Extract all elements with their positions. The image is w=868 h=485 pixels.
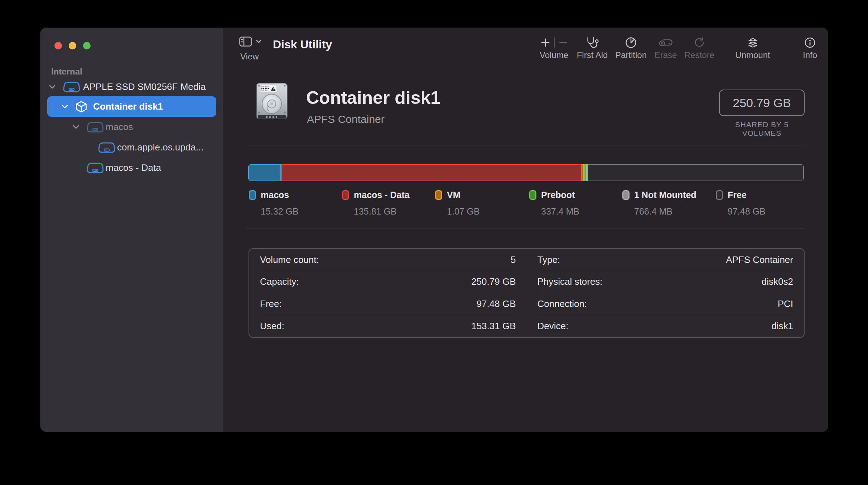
legend-size: 97.48 GB (728, 206, 766, 217)
row-label: Used: (260, 321, 284, 332)
table-row: Used:153.31 GB (260, 315, 516, 337)
unmount-eject-icon (747, 35, 759, 50)
close-button[interactable] (54, 42, 62, 49)
sidebar-item-container-disk1[interactable]: Container disk1 (40, 96, 223, 117)
erase-disk-icon (659, 35, 673, 50)
plus-icon[interactable] (540, 38, 550, 48)
volume-disk-icon (87, 121, 103, 133)
stethoscope-icon (586, 35, 599, 50)
partition-button[interactable]: Partition (615, 35, 647, 60)
legend-item: Free 97.48 GB (716, 190, 766, 217)
info-icon (804, 35, 816, 50)
legend-swatch (249, 190, 256, 200)
row-label: Connection: (537, 298, 587, 309)
usage-segment-macos-data (281, 164, 582, 181)
info-button[interactable]: Info (803, 35, 817, 60)
legend-size: 337.4 MB (541, 206, 579, 217)
legend-label: Preboot (541, 190, 575, 200)
chevron-down-icon[interactable] (73, 125, 79, 129)
sidebar: Internal APPLE SSD SM0256F Media Contain… (40, 28, 223, 432)
toolbar-button-label: Info (803, 50, 817, 60)
legend-swatch (716, 190, 723, 200)
legend-item: macos - Data 135.81 GB (342, 190, 410, 217)
sidebar-item-label: com.apple.os.upda... (117, 142, 203, 153)
toolbar-button-label: Partition (615, 50, 647, 60)
column-divider (527, 255, 527, 331)
legend-label: VM (447, 190, 460, 200)
details-table: Volume count:5 Capacity:250.79 GB Free:9… (249, 248, 805, 338)
toolbar-button-label: Volume (540, 50, 568, 60)
legend-size: 766.4 MB (634, 206, 696, 217)
row-label: Free: (260, 298, 282, 309)
row-label: Type: (537, 254, 560, 265)
usage-segment-free (588, 164, 804, 181)
container-box-icon (75, 101, 87, 113)
restore-button: Restore (684, 35, 714, 60)
toolbar-button-label: Erase (655, 50, 677, 60)
sidebar-item-label: Container disk1 (93, 101, 163, 112)
table-row: Connection:PCI (537, 293, 794, 315)
sidebar-item-macos[interactable]: macos (40, 117, 223, 137)
toolbar-button-label: First Aid (577, 50, 608, 60)
sidebar-item-label: macos - Data (106, 162, 161, 173)
sidebar-item-apple-ssd[interactable]: APPLE SSD SM0256F Media (40, 77, 223, 97)
unmount-button[interactable]: Unmount (735, 35, 770, 60)
erase-button: Erase (655, 35, 677, 60)
details-column-right: Type:APFS Container Physical stores:disk… (527, 249, 804, 337)
sidebar-item-label: APPLE SSD SM0256F Media (83, 81, 206, 92)
volume-disk-icon (87, 162, 103, 174)
row-value: PCI (778, 298, 793, 309)
zoom-button[interactable] (83, 42, 91, 49)
table-row: Device:disk1 (537, 315, 794, 337)
page-subtitle: APFS Container (307, 113, 385, 125)
minimize-button[interactable] (69, 42, 76, 49)
volume-disk-icon (98, 142, 115, 153)
legend-item: macos 15.32 GB (249, 190, 299, 217)
main-content: View Disk Utility Volume First Aid Parti… (223, 28, 828, 432)
table-row: Volume count:5 (260, 249, 516, 271)
divider (554, 38, 555, 48)
row-value: disk0s2 (762, 276, 793, 287)
legend-item: VM 1.07 GB (435, 190, 480, 217)
row-label: Physical stores: (537, 276, 603, 287)
traffic-lights (54, 42, 91, 49)
table-row: Free:97.48 GB (260, 293, 516, 315)
view-button[interactable]: View (239, 35, 261, 62)
legend-label: macos (261, 190, 289, 200)
row-value: 153.31 GB (471, 321, 516, 332)
usage-segment-vm (582, 164, 584, 181)
volume-button[interactable]: Volume (540, 35, 568, 60)
usage-bar (248, 164, 804, 181)
row-value: 5 (511, 254, 516, 265)
row-value: disk1 (771, 321, 793, 332)
row-label: Capacity: (260, 276, 299, 287)
pie-chart-icon (625, 35, 637, 50)
chevron-down-icon[interactable] (49, 85, 56, 89)
page-title: Container disk1 (306, 87, 440, 108)
legend-label: macos - Data (354, 190, 410, 200)
first-aid-button[interactable]: First Aid (577, 35, 608, 60)
legend-swatch (342, 190, 349, 200)
legend-swatch (529, 190, 536, 200)
internal-disk-icon (63, 81, 80, 93)
sidebar-item-os-update[interactable]: com.apple.os.upda... (40, 137, 223, 158)
legend-size: 15.32 GB (261, 206, 299, 217)
row-label: Device: (537, 321, 569, 332)
legend-swatch (622, 190, 630, 200)
sidebar-section-internal: Internal (51, 67, 82, 77)
toolbar-button-label: Unmount (735, 50, 770, 60)
divider (246, 229, 804, 229)
legend-item: Preboot 337.4 MB (529, 190, 579, 217)
legend-size: 1.07 GB (447, 206, 480, 217)
legend-label: Free (728, 190, 747, 200)
table-row: Type:APFS Container (537, 249, 794, 271)
shared-volumes-note: SHARED BY 5 VOLUMES (719, 120, 805, 138)
legend-item: 1 Not Mounted 766.4 MB (622, 190, 696, 217)
chevron-down-icon[interactable] (62, 105, 68, 109)
legend-size: 135.81 GB (354, 206, 410, 217)
sidebar-item-macos-data[interactable]: macos - Data (40, 158, 223, 178)
minus-icon (559, 38, 568, 48)
table-row: Capacity:250.79 GB (260, 271, 516, 293)
details-column-left: Volume count:5 Capacity:250.79 GB Free:9… (249, 249, 527, 337)
restore-arrow-icon (694, 35, 705, 50)
